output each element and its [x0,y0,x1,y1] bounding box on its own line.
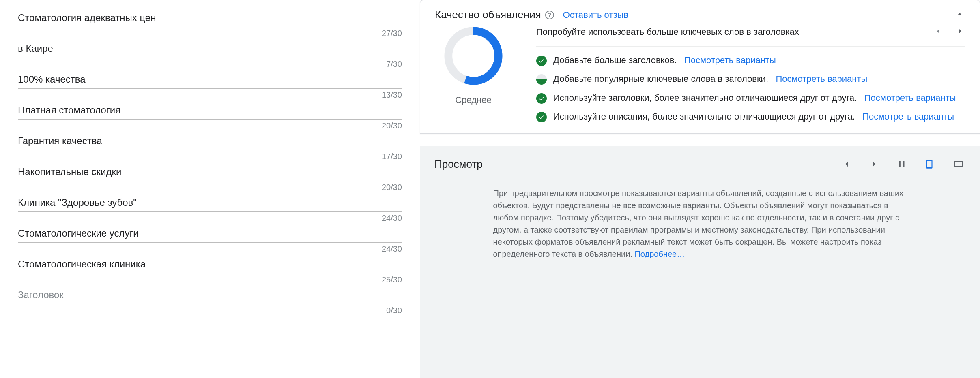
quality-donut-icon [443,26,503,86]
recommendation-item: Добавьте больше заголовков. Посмотреть в… [536,55,965,66]
view-variants-link[interactable]: Посмотреть варианты [776,74,867,84]
char-counter: 0/30 [18,306,402,315]
recommendation-text: Добавьте популярные ключевые слова в заг… [553,74,768,84]
headline-input-4[interactable] [18,105,402,116]
headline-input-6[interactable] [18,166,402,177]
view-variants-link[interactable]: Посмотреть варианты [864,93,956,103]
mobile-device-icon[interactable] [924,157,935,171]
desktop-device-icon[interactable] [952,159,965,169]
recommendation-item: Добавьте популярные ключевые слова в заг… [536,73,965,85]
headline-row [18,123,402,150]
preview-panel: Просмотр [420,146,980,378]
headline-input-3[interactable] [18,74,402,85]
preview-title: Просмотр [434,158,483,171]
headline-row [18,0,402,27]
preview-description: При предварительном просмотре показывают… [477,187,923,260]
view-variants-link[interactable]: Посмотреть варианты [684,55,776,65]
headline-row [18,277,402,304]
headline-input-9[interactable] [18,258,402,270]
headline-input-2[interactable] [18,43,402,54]
headline-row [18,154,402,181]
quality-tip-text: Попробуйте использовать больше ключевых … [536,26,799,38]
recommendation-text: Используйте заголовки, более значительно… [553,93,857,103]
headline-input-7[interactable] [18,197,402,208]
recommendation-list: Добавьте больше заголовков. Посмотреть в… [536,55,965,123]
recommendation-item: Используйте заголовки, более значительно… [536,92,965,104]
headline-row [18,216,402,243]
preview-next-icon[interactable] [869,159,879,169]
recommendation-text: Используйте описания, более значительно … [553,111,855,122]
ad-quality-card: Качество объявления ? Оставить отзыв Сре… [420,0,980,134]
headline-input-10[interactable] [18,289,402,301]
tip-next-icon[interactable] [955,26,965,37]
help-icon[interactable]: ? [545,11,554,19]
headline-row [18,31,402,58]
headline-input-8[interactable] [18,228,402,239]
feedback-link[interactable]: Оставить отзыв [563,10,628,20]
recommendation-text: Добавьте больше заголовков. [553,55,677,65]
pause-icon[interactable] [896,159,907,169]
headline-row [18,92,402,120]
headline-input-1[interactable] [18,12,402,23]
preview-prev-icon[interactable] [841,159,852,169]
learn-more-link[interactable]: Подробнее… [634,250,685,258]
half-check-icon [536,74,547,85]
check-icon [536,56,547,66]
headline-row [18,246,402,273]
tip-prev-icon[interactable] [933,26,943,37]
check-icon [536,112,547,122]
headline-input-5[interactable] [18,135,402,147]
view-variants-link[interactable]: Посмотреть варианты [862,111,954,122]
headline-row [18,185,402,212]
collapse-icon[interactable] [954,9,965,21]
quality-title: Качество объявления [435,9,541,21]
headlines-editor: 27/30 7/30 13/30 20/30 17/30 20/30 24/30… [0,0,420,378]
check-icon [536,93,547,104]
recommendation-item: Используйте описания, более значительно … [536,111,965,123]
headline-row [18,62,402,89]
quality-rating-label: Среднее [455,95,491,105]
